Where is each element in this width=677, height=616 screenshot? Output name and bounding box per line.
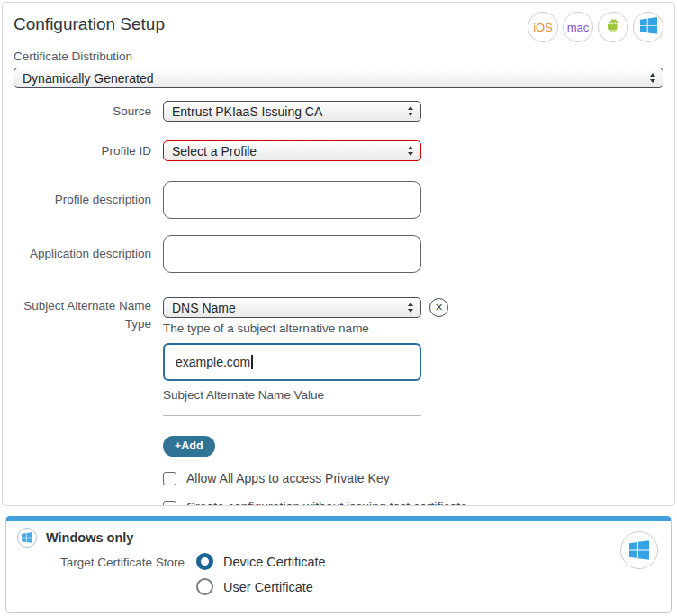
test-certificate-checkbox-row[interactable]: Create configuration without issuing tes… — [163, 500, 523, 506]
target-certificate-store-label: Target Certificate Store — [17, 556, 185, 603]
mac-badge: mac — [563, 12, 593, 42]
certificate-distribution-label: Certificate Distribution — [14, 50, 663, 63]
configuration-setup-card: Configuration Setup iOS mac — [2, 2, 675, 506]
application-description-label: Application description — [14, 245, 151, 263]
checkbox[interactable] — [163, 501, 176, 507]
page-title: Configuration Setup — [14, 12, 165, 34]
san-value-row: example.com Subject Alternate Name Value… — [14, 343, 663, 506]
device-certificate-option[interactable]: Device Certificate — [196, 553, 326, 570]
checkbox[interactable] — [163, 472, 176, 485]
windows-icon-large — [620, 531, 658, 569]
radio-label: Device Certificate — [223, 555, 326, 569]
radio-unselected[interactable] — [196, 578, 213, 595]
source-select[interactable]: Entrust PKIaaS Issuing CA — [163, 101, 421, 122]
ios-badge-label: iOS — [533, 21, 553, 34]
profile-description-row: Profile description — [14, 181, 663, 219]
form: Source Entrust PKIaaS Issuing CA Profile… — [14, 101, 663, 506]
ios-badge: iOS — [528, 12, 558, 42]
san-type-value: DNS Name — [172, 301, 236, 315]
profile-description-textarea[interactable] — [163, 181, 421, 219]
windows-icon — [640, 17, 657, 37]
san-value-input[interactable]: example.com — [163, 343, 421, 381]
checkbox-label: Allow All Apps to access Private Key — [186, 471, 390, 485]
certificate-distribution-value: Dynamically Generated — [23, 71, 154, 86]
checkbox-label: Create configuration without issuing tes… — [186, 500, 467, 506]
target-certificate-store-row: Target Certificate Store Device Certific… — [17, 553, 660, 603]
windows-only-header: Windows only — [17, 528, 660, 548]
san-type-label: Subject Alternate Name Type — [14, 297, 151, 332]
x-circle-icon[interactable]: ✕ — [429, 298, 448, 317]
select-arrows-icon — [643, 73, 655, 83]
select-arrows-icon — [401, 146, 413, 156]
san-type-row: Subject Alternate Name Type DNS Name The… — [14, 297, 663, 335]
san-type-help-text: The type of a subject alternative name — [163, 322, 421, 335]
application-description-textarea[interactable] — [163, 235, 421, 273]
platform-badges: iOS mac — [528, 12, 663, 42]
profile-id-label: Profile ID — [14, 142, 151, 160]
text-cursor — [251, 355, 253, 369]
certificate-store-options: Device Certificate User Certificate — [196, 553, 326, 603]
source-value: Entrust PKIaaS Issuing CA — [172, 104, 322, 119]
windows-only-title: Windows only — [46, 530, 133, 545]
application-description-row: Application description — [14, 235, 663, 273]
radio-label: User Certificate — [223, 580, 313, 594]
select-arrows-icon — [401, 303, 413, 313]
san-type-select[interactable]: DNS Name — [163, 297, 421, 318]
source-row: Source Entrust PKIaaS Issuing CA — [14, 101, 663, 122]
select-arrows-icon — [401, 106, 413, 116]
windows-icon-small — [17, 528, 37, 548]
san-value-text: example.com — [176, 355, 250, 369]
divider — [163, 415, 421, 416]
profile-id-select[interactable]: Select a Profile — [163, 140, 421, 161]
android-icon — [604, 17, 622, 38]
header: Configuration Setup iOS mac — [14, 12, 663, 42]
profile-id-value: Select a Profile — [172, 144, 257, 159]
windows-badge — [633, 12, 663, 42]
profile-id-row: Profile ID Select a Profile — [14, 140, 663, 161]
mac-badge-label: mac — [567, 21, 590, 34]
android-badge — [598, 12, 628, 42]
windows-only-panel: Windows only Target Certificate Store De… — [5, 516, 672, 613]
certificate-distribution-select[interactable]: Dynamically Generated — [14, 68, 663, 88]
san-value-label: Subject Alternate Name Value — [163, 388, 421, 402]
user-certificate-option[interactable]: User Certificate — [196, 578, 326, 595]
radio-selected[interactable] — [196, 553, 213, 570]
allow-private-key-checkbox-row[interactable]: Allow All Apps to access Private Key — [163, 471, 469, 485]
profile-description-label: Profile description — [14, 191, 151, 209]
source-label: Source — [14, 103, 151, 121]
add-button[interactable]: +Add — [163, 436, 215, 457]
